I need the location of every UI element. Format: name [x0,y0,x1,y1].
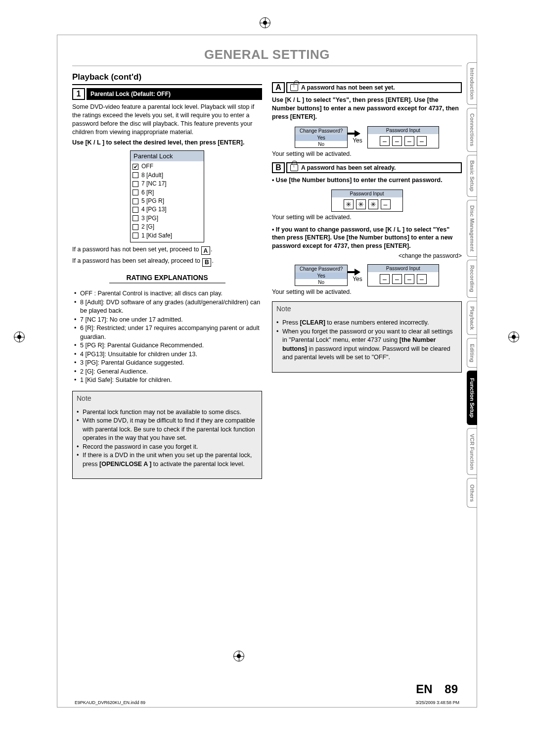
password-title: Password Input [332,190,402,197]
ratings-underline [109,283,225,284]
rating-item: 2 [G]: General Audience. [74,368,262,377]
password-title: Password Input [368,127,439,134]
arrow-label: Yes [353,276,362,283]
lock-closed-icon: ↑ [290,164,298,171]
rating-item: 1 [Kid Safe]: Suitable for children. [74,376,262,385]
activated-text: Your setting will be activated. [272,214,462,221]
arrow-right-icon [355,130,360,137]
pw-digit: – [392,136,402,146]
tab-connections: Connections [467,108,477,152]
dialog-title: Change Password? [295,127,347,135]
lock-open-icon: ↑ [290,84,298,91]
case-a-instruction: Use [K / L ] to select "Yes", then press… [272,96,462,121]
change-password-caption: <change the password> [272,252,462,259]
menu-title: Parental Lock [131,151,204,161]
tab-vcr-function: VCR Function [467,428,477,475]
activated-text: Your setting will be activated. [272,288,462,295]
tab-function-setup: Function Setup [467,371,477,425]
ratings-list: OFF : Parental Control is inactive; all … [72,289,262,385]
pw-digit: – [381,199,391,209]
menu-item-label: 2 [G] [141,223,154,231]
note-item: Press [CLEAR] to erase numbers entered i… [276,319,457,328]
arrow-yes: Yes [353,269,362,283]
checkbox-icon [133,224,138,230]
dialog-option-no: No [295,279,347,285]
footer-page: 89 [445,682,458,696]
pw-digit: ✳ [356,199,366,209]
password-input-box: Password Input – – – – [367,264,439,286]
rating-item: 8 [Adult]: DVD software of any grades (a… [74,298,262,316]
note-box-1: Note Parental lock function may not be a… [72,391,262,479]
case-a-letter: A [272,82,285,93]
case-b-instruction: • Use [the Number buttons] to enter the … [272,176,462,185]
change-password-dialog: Change Password? Yes No [295,127,348,148]
tab-playback: Playback [467,301,477,335]
parental-lock-menu: Parental Lock OFF 8 [Adult] 7 [NC 17] 6 … [130,150,204,242]
dialog-title: Change Password? [295,265,347,273]
letter-b-icon: B [202,258,211,267]
menu-item: 3 [PG] [133,214,202,223]
menu-item: OFF [133,162,202,171]
pw-digit: – [392,274,402,284]
pw-digit: ✳ [368,199,378,209]
note-title: Note [77,394,258,402]
rating-item: 6 [R]: Restricted; under 17 requires acc… [74,324,262,341]
pw-digit: – [404,274,414,284]
proceed-b-text: If a password has been set already, proc… [72,257,202,264]
tab-disc-management: Disc Management [467,200,477,257]
checkbox-icon [133,207,138,213]
page-frame: GENERAL SETTING Introduction Connections… [57,35,477,708]
pw-digit: – [417,136,427,146]
menu-item-label: 4 [PG 13] [141,205,167,214]
section-tabs: Introduction Connections Basic Setup Dis… [467,62,477,508]
menu-item: 7 [NC 17] [133,180,202,188]
dialog-option-yes: Yes [295,135,347,141]
rating-item: 7 [NC 17]: No one under 17 admitted. [74,316,262,325]
case-b-instruction-2: • If you want to change password, use [K… [272,226,462,251]
menu-item-label: 6 [R] [141,189,154,197]
note-item: Record the password in case you forget i… [77,443,258,452]
menu-item-label: 1 [Kid Safe] [141,232,172,240]
arrow-label: Yes [353,137,362,144]
note-item: Parental lock function may not be availa… [77,408,258,417]
pw-digit: – [380,136,390,146]
checkbox-icon [133,198,138,204]
step-1-label: Parental Lock (Default: OFF) [87,88,262,100]
menu-item: 6 [R] [133,189,202,197]
tab-editing: Editing [467,338,477,368]
tab-introduction: Introduction [467,62,477,105]
page-footer: EN 89 [416,682,458,696]
registration-mark-top [260,17,270,28]
instruction-1: Use [K / L ] to select the desired level… [72,139,262,147]
menu-item: 2 [G] [133,223,202,231]
pw-digit: – [380,274,390,284]
rating-item: 5 [PG R]: Parental Guidance Recommended. [74,341,262,350]
menu-item-label: 8 [Adult] [141,171,163,180]
menu-item: 5 [PG R] [133,197,202,205]
tab-recording: Recording [467,260,477,297]
arrow-yes: Yes [353,130,362,144]
case-b-text: A password has been set already. [301,164,396,171]
flow-b1: Password Input ✳ ✳ ✳ – [272,189,462,212]
checkbox-icon [133,181,138,187]
proceed-a-text: If a password has not been set yet, proc… [72,246,201,253]
meta-filename: E9PKAUD_DVR620KU_EN.indd 89 [75,700,145,705]
ratings-heading: RATING EXPLANATIONS [72,274,262,282]
section-subhead: Playback (cont'd) [72,72,262,82]
menu-item-label: 7 [NC 17] [141,180,167,188]
case-b-bar: B ↑ A password has been set already. [272,162,462,173]
note-box-2: Note Press [CLEAR] to erase numbers ente… [272,301,462,373]
password-title: Password Input [368,265,439,272]
checkbox-icon [133,172,138,178]
note-item: When you forget the password or you want… [276,328,457,362]
step-1-bar: 1 Parental Lock (Default: OFF) [72,88,262,100]
registration-mark-left [14,331,25,342]
case-a-bar: A ↑ A password has not been set yet. [272,82,462,93]
divider [72,84,262,85]
activated-text: Your setting will be activated. [272,150,462,157]
letter-a-icon: A [201,246,210,255]
pw-digit: ✳ [344,199,354,209]
flow-a: Change Password? Yes No Yes Password Inp… [272,126,462,148]
note-item: If there is a DVD in the unit when you s… [77,451,258,469]
proceed-b-line: If a password has been set already, proc… [72,257,262,267]
